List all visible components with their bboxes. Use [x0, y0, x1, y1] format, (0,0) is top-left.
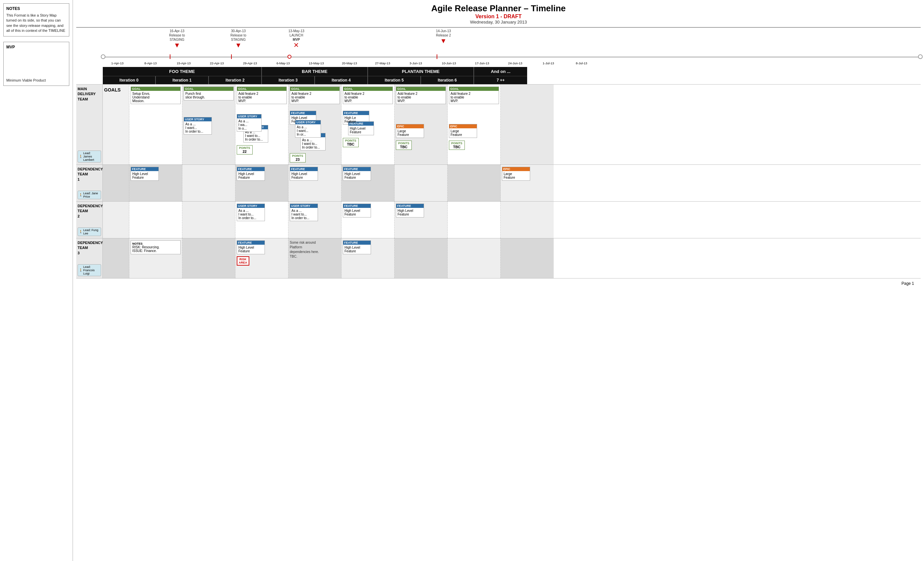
iteration-1-header: Iteration 1	[156, 76, 209, 84]
points-iter3: POINTS 23	[290, 153, 306, 162]
us-iter2-card2-body: As a ...I want to...In order to...	[245, 130, 267, 141]
iteration-6-header: Iteration 6	[421, 76, 474, 84]
dep2-feature-iter4: FEATURE High LevelFeature	[343, 204, 371, 218]
main-iter2-cards: USER STORY As a ...I wa...In o... USER S…	[237, 114, 287, 142]
us-iter3-card1: USER STORY As a ...I want...In or...	[295, 120, 321, 138]
main-iter1-cell: GOAL Punch firstslice through. USER STOR…	[182, 84, 236, 165]
main-iter4-cards: FEATURE High LeFeature... FEATURE High L…	[343, 111, 393, 135]
us-iter1-card: USER STORY As a ...I want...In order to.…	[184, 117, 212, 135]
tl-date-11: 17-Jun-13	[465, 62, 499, 65]
page-header: Agile Release Planner – Timeline Version…	[76, 0, 921, 26]
team-dep2-name: DEPENDENCYTEAM2	[78, 204, 101, 219]
main-iter3-cell: GOAL Add feature 2to enableMVP. FEATURE …	[288, 84, 342, 165]
tl-marker-4	[436, 54, 437, 59]
main-iter0-cell: GOAL Setup Envs.UnderstandMission.	[129, 84, 182, 165]
dep1-goals-col	[103, 165, 129, 201]
page-number-row: Page 1	[76, 279, 921, 288]
goal-iter4-header: GOAL	[343, 87, 393, 91]
main-iter3-points: POINTS 23	[290, 153, 340, 162]
iteration-5-header: Iteration 5	[368, 76, 421, 84]
goal-iter2-header: GOAL	[237, 87, 286, 91]
tl-date-8: 27-May-13	[366, 62, 399, 65]
team-main-lead: 🚶 Lead: James Lambert	[78, 150, 101, 162]
goal-iter4-body: Add feature 2to enableMVP.	[345, 92, 391, 103]
dep2-iter0-cell	[129, 202, 182, 238]
points-iter6: POINTS TBC	[449, 141, 465, 150]
timeline-dates-row: 1-Apr-13 8-Apr-13 15-Apr-13 22-Apr-13 29…	[101, 62, 921, 65]
themes-row: FOO THEME BAR THEME PLANTAIN THEME And o…	[103, 67, 921, 76]
epic-iter5: EPIC LargeFeature	[396, 124, 424, 138]
tl-marker-2	[231, 54, 232, 59]
main-iter3-cards: FEATURE High LevelFeature... USER STORY …	[290, 111, 340, 150]
notes-section: NOTES This Format is like a Story Map tu…	[3, 3, 69, 36]
milestone-staging-1: 16-Apr-13Release toSTAGING ▼	[169, 29, 185, 48]
tl-date-14: 8-Jul-13	[565, 62, 598, 65]
goal-iter0-body: Setup Envs.UnderstandMission.	[132, 92, 179, 103]
tl-date-1: 8-Apr-13	[134, 62, 167, 65]
team-dep3-lead: 🚶 Lead: Francois Luigi	[78, 264, 101, 276]
us-iter1-header: USER STORY	[184, 117, 212, 122]
main-iter6-cell: GOAL Add feature 2to enableMVP. EPIC Lar…	[448, 84, 501, 165]
goal-iter6-body: Add feature 2to enableMVP.	[450, 92, 497, 103]
goal-iter3-header: GOAL	[290, 87, 339, 91]
feature-iter4b-header: FEATURE	[348, 122, 374, 126]
arrow-icon-1: ▼	[169, 42, 185, 48]
tl-date-12: 24-Jun-13	[499, 62, 532, 65]
dep1-feature-iter3: FEATURE High LevelFeature	[290, 167, 318, 181]
dep3-goals-col	[103, 238, 129, 278]
dep1-iter2-cell: FEATURE High LevelFeature	[236, 165, 288, 201]
dep3-iter2-cell: FEATURE High LevelFeature RISKAREA	[236, 238, 288, 278]
tl-date-13: 1-Jul-13	[532, 62, 565, 65]
team-dep1-label: DEPENDENCYTEAM1 🚶 Lead: Jane Price	[76, 165, 103, 201]
tl-marker-3	[288, 55, 291, 58]
person-icon-dep3: 🚶	[79, 268, 82, 272]
dep1-iter0-cell: FEATURE High LevelFeature	[129, 165, 182, 201]
dep2-iter4-cell: FEATURE High LevelFeature	[342, 202, 394, 238]
dep3-risk-note: Some risk aroundPlatformdependencies her…	[290, 240, 340, 259]
epic-iter5-body: LargeFeature	[398, 129, 422, 136]
team-dep3-name: DEPENDENCYTEAM3	[78, 240, 101, 256]
theme-bar: BAR THEME	[262, 67, 368, 76]
goal-iter5-header: GOAL	[396, 87, 446, 91]
main-iter5-cell: GOAL Add feature 2to enableMVP. EPIC Lar…	[394, 84, 448, 165]
goal-iter2-body: Add feature 2to enableMVP.	[238, 92, 285, 103]
us-iter2-card1: USER STORY As a ...I wa...In o...	[237, 114, 262, 132]
dep2-iter1-cell	[182, 202, 236, 238]
team-dep3-label: DEPENDENCYTEAM3 🚶 Lead: Francois Luigi	[76, 238, 103, 278]
dep3-iter3-cell: Some risk aroundPlatformdependencies her…	[288, 238, 342, 278]
tl-date-9: 3-Jun-13	[399, 62, 432, 65]
iteration-0-header: Iteration 0	[103, 76, 156, 84]
goal-iter0-header: GOAL	[131, 87, 180, 91]
dep2-us-iter2: USER STORY As a ...I want to...In order …	[237, 204, 265, 221]
epic-iter6: EPIC LargeFeature	[449, 124, 477, 138]
goal-iter6-card: GOAL Add feature 2to enableMVP.	[449, 87, 499, 104]
risk-area-badge: RISKAREA	[237, 256, 249, 266]
main-iter5-cards: EPIC LargeFeature	[396, 124, 446, 138]
us-iter3-card1-header: USER STORY	[296, 120, 321, 124]
timeline-container: 16-Apr-13Release toSTAGING ▼ 30-Apr-13Re…	[76, 29, 921, 65]
goal-iter1-header: GOAL	[184, 87, 233, 91]
dep3-iter4-cell: FEATURE High LevelFeature	[342, 238, 394, 278]
goal-iter2-card: GOAL Add feature 2to enableMVP.	[237, 87, 287, 104]
page-date: Wednesday, 30 January 2013	[76, 20, 921, 24]
goals-label: GOALS	[104, 87, 128, 93]
iteration-7-header: 7 ++	[474, 76, 527, 84]
main-iter4-points: POINTS TBC	[343, 138, 393, 147]
milestone-release-2: 14-Jun-13Release 2 ▼	[436, 29, 451, 44]
notes-body: This Format is like a Story Map turned o…	[6, 13, 66, 33]
iteration-2-header: Iteration 2	[209, 76, 262, 84]
notes-title: NOTES	[6, 6, 66, 11]
theme-plantain: PLANTAIN THEME	[368, 67, 474, 76]
tl-date-0: 1-Apr-13	[101, 62, 134, 65]
dep2-feature-iter5: FEATURE High LevelFeature	[396, 204, 424, 218]
us-iter2-card1-body: As a ...I wa...In o...	[238, 119, 260, 130]
goals-col-main: GOALS	[103, 84, 129, 165]
us-iter3-card2-body: As a ...I want to...In order to...	[302, 138, 324, 149]
dep1-iter4-cell: FEATURE High LevelFeature	[342, 165, 394, 201]
dep2-iter5-cell: FEATURE High LevelFeature	[394, 202, 448, 238]
dep2-us-iter3: USER STORY As a ...I want to...In order …	[290, 204, 318, 221]
epic-iter6-body: LargeFeature	[450, 129, 476, 136]
tl-date-10: 10-Jun-13	[432, 62, 465, 65]
dep3-iter5-cell	[394, 238, 448, 278]
dep1-feature-iter2: FEATURE High LevelFeature	[237, 167, 265, 181]
